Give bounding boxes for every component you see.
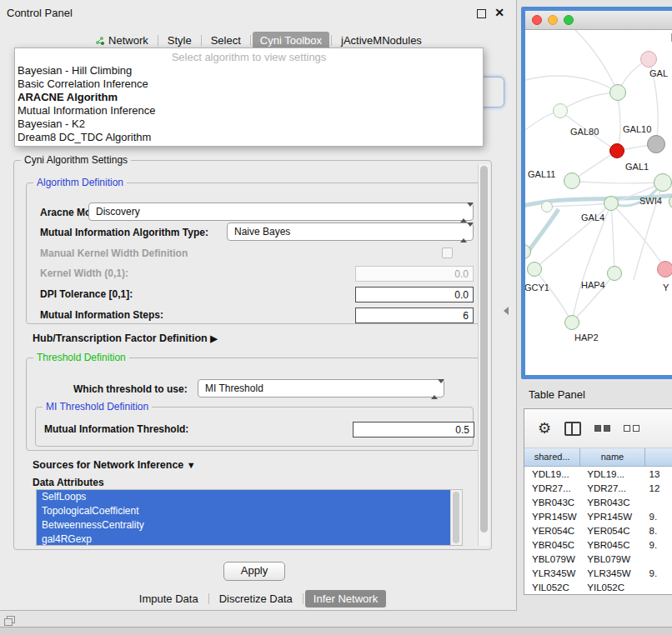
gear-icon[interactable]: ⚙ [538, 421, 551, 436]
table-row[interactable]: YBL079W YBL079W [524, 552, 672, 566]
scrollbar-thumb[interactable] [453, 492, 459, 543]
network-node[interactable] [541, 201, 553, 212]
cell: 9. [645, 540, 672, 550]
collapse-down-icon: ▼ [187, 460, 196, 470]
table-row[interactable]: YDR27... YDR27... 12 [524, 481, 672, 495]
scrollbar-thumb[interactable] [480, 166, 488, 532]
splitter-collapse-icon[interactable] [504, 307, 509, 315]
column-header[interactable]: shared... [524, 448, 580, 467]
which-threshold-combobox[interactable]: MI Threshold [198, 379, 444, 398]
control-panel-titlebar: Control Panel ✕ [0, 0, 516, 25]
list-item[interactable]: SelfLoops [37, 490, 451, 504]
sources-section-toggle[interactable]: Sources for Network Inference ▼ [33, 459, 196, 471]
column-header[interactable] [645, 448, 672, 467]
network-icon [95, 36, 104, 45]
mi-steps-field[interactable] [355, 308, 474, 323]
group-title: Algorithm Definition [33, 177, 127, 188]
table-row[interactable]: YER054C YER054C 8. [524, 523, 672, 538]
network-canvas[interactable]: GAL GAL80 GAL10 GAL11 GAL1 SWI4 GAL4 GCY… [525, 30, 672, 375]
cell: YBR043C [580, 498, 644, 508]
network-node[interactable] [640, 51, 657, 68]
node-label: GAL4 [581, 212, 604, 222]
kernel-width-field[interactable] [355, 266, 474, 282]
list-item[interactable]: BetweennessCentrality [37, 518, 451, 532]
network-node[interactable] [609, 84, 626, 101]
close-icon[interactable]: ✕ [494, 6, 504, 19]
cell: YDL19... [580, 469, 644, 479]
settings-scrollbar[interactable] [478, 164, 489, 546]
network-node[interactable] [564, 315, 579, 330]
table-row[interactable]: YBR043C YBR043C [524, 495, 672, 509]
list-item[interactable]: gal4RGexp [37, 532, 451, 546]
table-toolbar: ⚙ [524, 409, 672, 448]
network-window-titlebar[interactable] [525, 11, 672, 30]
dropdown-item[interactable]: Dream8 DC_TDC Algorithm [15, 131, 483, 144]
network-node[interactable] [654, 173, 672, 192]
list-scrollbar[interactable] [450, 490, 462, 545]
tab-style[interactable]: Style [160, 32, 199, 49]
network-node[interactable] [607, 266, 622, 281]
table-row[interactable]: YDL19... YDL19... 13 [524, 467, 672, 481]
table-row[interactable]: YLR345W YLR345W 9. [524, 566, 672, 580]
cell: YLR345W [524, 568, 580, 578]
tab-discretize-data[interactable]: Discretize Data [211, 590, 301, 608]
cell: YER054C [524, 526, 580, 536]
cell: YBR043C [524, 498, 580, 508]
dropdown-item[interactable]: Mutual Information Inference [15, 104, 483, 118]
network-node[interactable] [604, 196, 619, 211]
network-node[interactable] [657, 261, 672, 278]
tab-network[interactable]: Network [88, 32, 156, 49]
node-label: Y [663, 282, 669, 292]
dropdown-item[interactable]: Basic Correlation Inference [15, 78, 483, 91]
network-node[interactable] [527, 262, 542, 277]
table-row[interactable]: YBR045C YBR045C 9. [524, 538, 672, 552]
table-row[interactable]: YPR145W YPR145W 9. [524, 509, 672, 523]
table-panel-window: ⚙ shared... name YDL19... YDL19... 13 YD… [524, 408, 672, 595]
deselect-all-rows-icon[interactable] [624, 425, 639, 432]
restore-panel-icon[interactable] [4, 616, 14, 625]
dpi-tolerance-field[interactable] [355, 287, 474, 302]
dropdown-item-selected[interactable]: ARACNE Algorithm [15, 91, 483, 104]
network-node[interactable] [609, 143, 624, 158]
table-header-row: shared... name [524, 448, 672, 467]
tab-separator [158, 35, 158, 46]
algorithm-definition-group: Algorithm Definition Aracne Mode: Discov… [26, 182, 481, 324]
cell: 8. [645, 526, 672, 536]
list-item[interactable]: TopologicalCoefficient [37, 504, 451, 518]
tab-impute-data[interactable]: Impute Data [131, 590, 207, 608]
aracne-mode-combobox[interactable]: Discovery [88, 202, 474, 221]
mi-threshold-field[interactable] [353, 422, 474, 438]
column-header[interactable]: name [580, 448, 644, 467]
tab-jactivemodules[interactable]: jActiveMNodules [333, 32, 429, 49]
network-view-window[interactable]: GAL GAL80 GAL10 GAL11 GAL1 SWI4 GAL4 GCY… [521, 7, 672, 379]
cell: 9. [645, 568, 672, 578]
tab-select[interactable]: Select [203, 32, 248, 49]
manual-kernel-checkbox[interactable] [442, 248, 453, 258]
close-traffic-light[interactable] [532, 15, 542, 25]
column-selector-icon[interactable] [564, 422, 581, 436]
node-label: HAP2 [574, 332, 599, 342]
mi-steps-label: Mutual Information Steps: [40, 309, 163, 321]
cell: YDR27... [580, 483, 644, 493]
network-node[interactable] [647, 135, 665, 153]
minimize-traffic-light[interactable] [548, 15, 558, 25]
float-window-icon[interactable] [477, 9, 486, 18]
tab-cyni-toolbox[interactable]: Cyni Toolbox [253, 32, 329, 49]
group-title: MI Threshold Definition [43, 401, 152, 412]
mi-type-label: Mutual Information Algorithm Type: [40, 227, 208, 238]
cell: YER054C [580, 526, 644, 536]
zoom-traffic-light[interactable] [564, 15, 574, 25]
network-node[interactable] [553, 103, 568, 118]
tab-infer-network[interactable]: Infer Network [305, 590, 386, 608]
dpi-tolerance-label: DPI Tolerance [0,1]: [40, 288, 133, 300]
select-all-rows-icon[interactable] [594, 425, 610, 432]
apply-button[interactable]: Apply [223, 562, 285, 581]
dropdown-item[interactable]: Bayesian - K2 [15, 118, 483, 131]
control-panel-window: Control Panel ✕ Network Style Select Cyn… [0, 0, 517, 611]
mi-type-combobox[interactable]: Naive Bayes [227, 222, 474, 241]
cell: YBL079W [580, 554, 644, 564]
hub-factor-section-toggle[interactable]: Hub/Transcription Factor Definition ▶ [33, 332, 218, 344]
network-node[interactable] [564, 172, 580, 189]
table-row[interactable]: YIL052C YIL052C [524, 580, 672, 594]
dropdown-item[interactable]: Bayesian - Hill Climbing [15, 64, 483, 78]
